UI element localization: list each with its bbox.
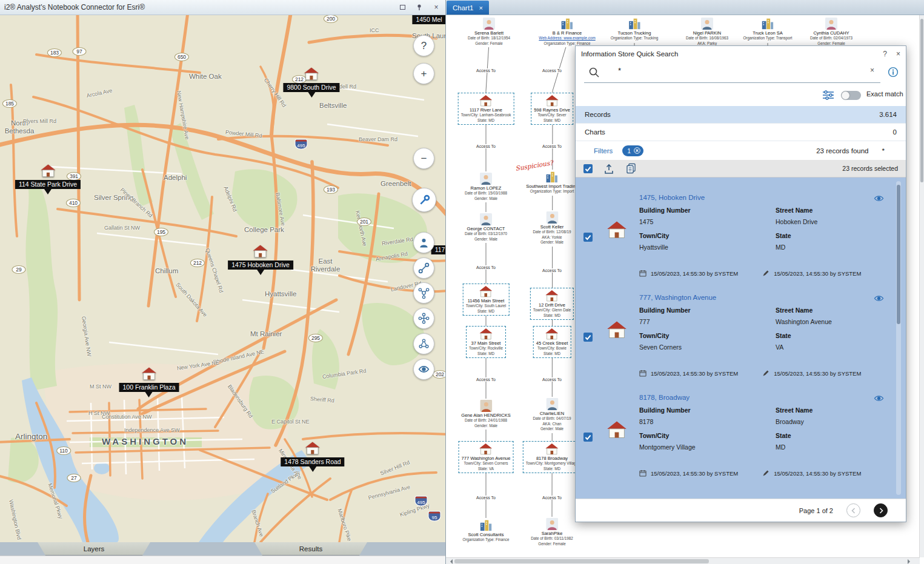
road-shield: 495 — [415, 496, 428, 506]
entity-name: B & R Finance — [553, 30, 582, 36]
copy-results-icon[interactable] — [625, 162, 637, 174]
chart-node[interactable]: George CONTACT Date of Birth: 03/12/1970… — [462, 212, 510, 243]
chart-node[interactable]: Scott Consultants Organization Type: Fin… — [460, 518, 512, 544]
records-row[interactable]: Records 3.614 — [576, 106, 906, 124]
next-page-button[interactable] — [874, 503, 888, 517]
chart-hscroll-thumb[interactable] — [454, 559, 709, 563]
record-checkbox[interactable] — [583, 233, 593, 242]
chart-entity[interactable]: Tucson Trucking Organization Type: Truck… — [608, 16, 660, 42]
entity-icon — [627, 18, 641, 30]
chart-canvas[interactable]: Access To Access To Access To Access To … — [446, 15, 920, 557]
chart-node[interactable]: 11456 Main Street Town/City: South Laure… — [463, 284, 510, 316]
record-card[interactable]: 777, Washington Avenue Building Number 7… — [576, 290, 892, 387]
node-details: Date of Birth: 12/08/19AKA: YorkieGender… — [533, 230, 571, 245]
chart-node[interactable]: 45 Creek Street Town/City: BowieState: M… — [533, 326, 571, 358]
chart-entity[interactable]: Truck Leon SA Organization Type: Transpo… — [740, 16, 794, 42]
record-checkbox[interactable] — [583, 333, 593, 342]
map-marker-partial[interactable]: 1450 Mel — [412, 15, 445, 24]
chart-node[interactable]: Ramon LOPEZ Date of Birth: 15/03/1988Gen… — [462, 171, 510, 202]
results-scrollbar[interactable] — [896, 181, 901, 495]
map-marker[interactable]: 1475 Hoboken Drive — [228, 244, 293, 279]
exact-match-toggle[interactable] — [841, 91, 861, 100]
results-scrollbar-thumb[interactable] — [897, 185, 900, 324]
map-marker[interactable]: 9800 South Drive — [283, 67, 339, 101]
map-label: Plyers Mill Rd — [23, 118, 56, 124]
search-input[interactable]: * — [618, 66, 621, 75]
preview-eye-icon[interactable] — [874, 394, 884, 405]
chart-entity[interactable]: Serena Barlett Date of Birth: 18/12/1954… — [465, 16, 513, 47]
map-panel-tab[interactable]: Layers — [38, 542, 150, 556]
search-settings-icon[interactable] — [822, 90, 834, 100]
info-icon[interactable] — [888, 67, 899, 80]
chart-entity[interactable]: Cynthia CUDAHY Date of Birth: 02/04/1973… — [808, 16, 855, 47]
chart-node[interactable]: CharlieLIEN Date of Birth: 04/07/19AKA: … — [530, 397, 573, 433]
chart-horizontal-scrollbar[interactable] — [446, 557, 920, 564]
clear-search-icon[interactable]: × — [870, 66, 874, 75]
chart-node[interactable]: 8178 Broadway Town/City: Montgomery Vill… — [523, 441, 581, 473]
float-window-button[interactable] — [397, 2, 407, 12]
created-date-icon — [639, 469, 646, 477]
chart-vscroll-thumb[interactable] — [920, 19, 923, 182]
map-panel-tab[interactable]: Results — [254, 542, 367, 556]
close-panel-button[interactable]: × — [896, 50, 900, 58]
chart-entity[interactable]: Nigel PARKIN Date of Birth: 16/08/1963AK… — [683, 16, 731, 47]
preview-eye-icon[interactable] — [874, 294, 884, 305]
node-icon — [480, 400, 492, 412]
chart-node[interactable]: Gene Alan HENDRICKS Date of Birth: 24/01… — [459, 399, 513, 430]
search-options-row: Exact match — [576, 84, 906, 106]
record-title-link[interactable]: 777, Washington Avenue — [639, 294, 716, 301]
record-card[interactable]: 1475, Hoboken Drive Building Number 1475 — [576, 190, 892, 287]
record-field: Town/City Montgomery Village — [639, 432, 776, 451]
filter-badge[interactable]: 1 — [622, 145, 643, 156]
edge-label: Access To — [474, 377, 497, 382]
chart-entity[interactable]: B & R Finance Web Address: www.example.c… — [536, 16, 597, 47]
entity-name: Serena Barlett — [474, 30, 504, 36]
map-marker[interactable]: 114 State Park Drive — [15, 164, 81, 198]
map-tool-button[interactable] — [413, 359, 434, 380]
chart-node[interactable]: Suspicious? Southwest Import Trading Org… — [523, 170, 580, 196]
copy-to-chart-icon[interactable] — [603, 162, 615, 174]
preview-eye-icon[interactable] — [874, 194, 884, 205]
remove-filter-icon[interactable] — [634, 147, 640, 154]
chart-node[interactable]: 598 Raynes Drive Town/City: SeverState: … — [531, 93, 573, 125]
map-tool-button[interactable]: − — [413, 148, 434, 169]
chart-node[interactable]: 37 Main Street Town/City: RockvilleState… — [466, 326, 506, 358]
map-tool-button[interactable] — [413, 333, 434, 354]
chart-node[interactable]: 1117 River Lane Town/City: Lanham-Seabro… — [458, 93, 514, 125]
toggle-knob — [842, 91, 849, 99]
help-button[interactable]: ? — [883, 50, 887, 58]
close-tab-icon[interactable]: × — [479, 4, 483, 12]
close-window-button[interactable]: × — [431, 2, 441, 12]
filters-link[interactable]: Filters — [594, 147, 613, 154]
marker-pointer — [145, 392, 153, 401]
building-icon — [141, 367, 158, 383]
record-title-link[interactable]: 8178, Broadway — [639, 394, 690, 401]
record-checkbox[interactable] — [583, 433, 593, 442]
field-value: Seven Corners — [639, 343, 776, 351]
select-all-checkbox[interactable] — [583, 164, 593, 173]
map-tool-button[interactable] — [413, 308, 434, 329]
chart-node[interactable]: SarahPike Date of Birth: 03/11/1982Gende… — [528, 517, 576, 548]
tab-chart1[interactable]: Chart1 × — [447, 1, 489, 15]
charts-row[interactable]: Charts 0 — [576, 124, 906, 141]
map-tool-button[interactable]: ? — [413, 35, 434, 56]
map-tool-button[interactable]: + — [413, 63, 434, 84]
previous-page-button[interactable] — [846, 503, 860, 517]
pin-window-button[interactable] — [414, 2, 424, 12]
map-tool-button[interactable] — [413, 282, 434, 304]
scroll-left-arrow[interactable] — [448, 559, 453, 564]
map-marker[interactable]: 100 Franklin Plaza — [119, 367, 179, 401]
scroll-right-arrow[interactable] — [908, 559, 912, 564]
map-marker[interactable]: 1478 Sanders Road — [281, 441, 344, 476]
chart-node[interactable]: Scott Keller Date of Birth: 12/08/19AKA:… — [530, 210, 573, 247]
record-card[interactable]: 8178, Broadway Building Number 8178 — [576, 390, 892, 487]
chart-node[interactable]: 12 Drift Drive Town/City: Glenn DaleStat… — [530, 288, 574, 320]
record-title-link[interactable]: 1475, Hoboken Drive — [639, 194, 705, 201]
chart-node[interactable]: 777 Washington Avenue Town/City: Seven C… — [459, 441, 514, 473]
map-tool-button[interactable] — [413, 257, 434, 279]
map-canvas[interactable]: White Oak Beltsville North Bethesda Sout… — [0, 15, 445, 542]
map-tool-button[interactable] — [412, 188, 436, 212]
map-tool-button[interactable] — [413, 232, 434, 253]
chart-vertical-scrollbar[interactable] — [919, 15, 924, 557]
record-field: Building Number 8178 — [639, 406, 776, 425]
